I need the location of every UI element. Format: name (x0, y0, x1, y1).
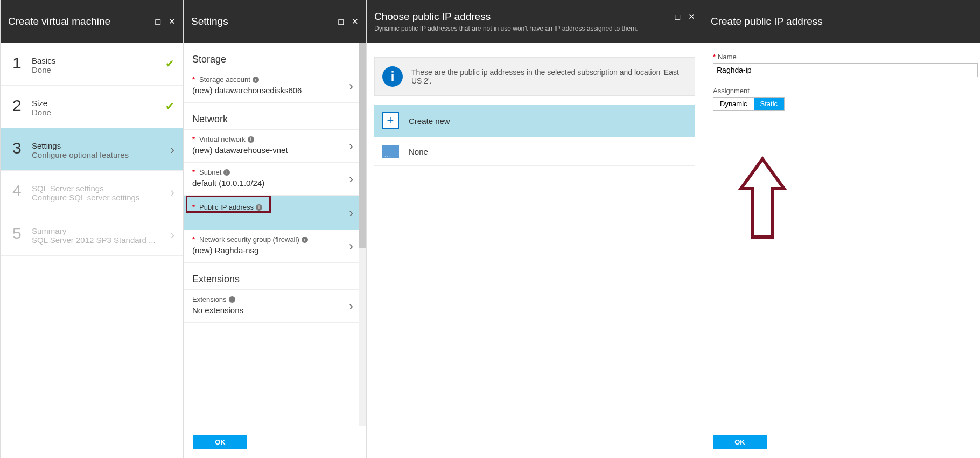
chevron-right-icon: › (349, 79, 353, 94)
step-title: Basics (32, 56, 165, 65)
setting-label-text: Subnet (199, 168, 221, 176)
step-number: 2 (12, 96, 32, 115)
setting-value: (new) datawarehouse-vnet (192, 145, 354, 155)
step-title: SQL Server settings (32, 184, 170, 193)
required-icon: * (192, 135, 195, 143)
setting-storage-account[interactable]: *Storage account i (new) datawarehousedi… (184, 70, 359, 103)
minimize-icon[interactable]: — (139, 17, 147, 26)
blade-header: Create public IP address (703, 0, 980, 43)
setting-label-text: Virtual network (199, 135, 246, 143)
step-title: Summary (32, 226, 170, 235)
ok-button[interactable]: OK (713, 435, 767, 449)
blade-create-ip: Create public IP address *Name Assignmen… (703, 0, 980, 458)
setting-subnet[interactable]: *Subnet i default (10.0.1.0/24) › (184, 163, 359, 196)
chevron-right-icon: › (170, 227, 174, 242)
wizard-step-size[interactable]: 2 Size Done ✔ (1, 86, 183, 128)
window-controls: — ◻ ✕ (659, 12, 695, 22)
info-icon[interactable]: i (256, 204, 262, 211)
setting-virtual-network[interactable]: *Virtual network i (new) datawarehouse-v… (184, 130, 359, 163)
wizard-step-settings[interactable]: 3 Settings Configure optional features › (1, 128, 183, 171)
scrollbar-thumb[interactable] (359, 43, 366, 248)
wizard-step-basics[interactable]: 1 Basics Done ✔ (1, 43, 183, 86)
close-icon[interactable]: ✕ (352, 17, 359, 26)
setting-label-text: Public IP address (199, 203, 254, 211)
blade-choose-ip: Choose public IP address — ◻ ✕ Dynamic p… (366, 0, 703, 458)
minimize-icon[interactable]: — (659, 12, 667, 22)
chevron-right-icon: › (349, 138, 353, 154)
maximize-icon[interactable]: ◻ (155, 17, 161, 26)
blade-footer: OK (184, 426, 366, 458)
info-icon[interactable]: i (302, 237, 308, 243)
info-banner: i These are the public ip addresses in t… (374, 57, 695, 96)
scrollbar[interactable] (359, 43, 366, 426)
blade-header: Choose public IP address — ◻ ✕ Dynamic p… (367, 0, 703, 43)
assignment-toggle: Dynamic Static (713, 97, 785, 111)
wizard-step-sql[interactable]: 4 SQL Server settings Configure SQL serv… (1, 171, 183, 213)
chevron-right-icon: › (349, 239, 353, 254)
setting-nsg[interactable]: *Network security group (firewall) i (ne… (184, 230, 359, 263)
required-icon: * (192, 203, 195, 211)
wizard-step-summary[interactable]: 5 Summary SQL Server 2012 SP3 Standard .… (1, 213, 183, 256)
none-icon (382, 145, 399, 158)
info-icon[interactable]: i (223, 169, 230, 176)
step-number: 5 (12, 224, 32, 242)
setting-label-text: Network security group (firewall) (199, 235, 299, 244)
ok-button[interactable]: OK (193, 435, 247, 449)
chevron-right-icon: › (170, 142, 174, 157)
setting-value: (new) Raghda-nsg (192, 246, 354, 255)
setting-value: No extensions (192, 306, 354, 315)
name-input[interactable] (713, 63, 978, 77)
chevron-right-icon: › (170, 185, 174, 200)
blade-title: Choose public IP address (374, 11, 491, 23)
window-controls: — ◻ ✕ (139, 17, 176, 26)
section-title-network: Network (184, 103, 359, 130)
toggle-dynamic[interactable]: Dynamic (713, 98, 754, 110)
ip-option-label: Create new (409, 116, 450, 126)
blade-title: Create virtual machine (8, 16, 110, 27)
setting-public-ip[interactable]: *Public IP address i › (184, 196, 359, 230)
ip-option-label: None (409, 147, 428, 156)
close-icon[interactable]: ✕ (688, 12, 695, 22)
required-icon: * (192, 75, 195, 84)
blade-body: *Name Assignment Dynamic Static (703, 43, 980, 426)
close-icon[interactable]: ✕ (169, 17, 176, 26)
blade-subtitle: Dynamic public IP addresses that are not… (374, 25, 695, 32)
step-subtitle: SQL Server 2012 SP3 Standard ... (32, 235, 170, 245)
step-title: Size (32, 99, 165, 108)
blade-body: Storage *Storage account i (new) datawar… (184, 43, 366, 426)
step-subtitle: Configure optional features (32, 150, 170, 159)
plus-icon: + (382, 112, 399, 129)
step-title: Settings (32, 141, 170, 150)
chevron-right-icon: › (349, 171, 353, 186)
form-label-text: Assignment (713, 87, 750, 95)
maximize-icon[interactable]: ◻ (338, 17, 344, 26)
form-row-name: *Name (703, 43, 980, 77)
step-number: 1 (12, 54, 32, 72)
step-number: 4 (12, 182, 32, 200)
required-icon: * (192, 235, 195, 244)
required-icon: * (713, 53, 716, 61)
blade-body: 1 Basics Done ✔ 2 Size Done ✔ 3 Settings… (1, 43, 183, 458)
step-number: 3 (12, 139, 32, 157)
step-subtitle: Done (32, 108, 165, 117)
maximize-icon[interactable]: ◻ (674, 12, 681, 22)
blade-settings: Settings — ◻ ✕ Storage *Storage account … (183, 0, 366, 458)
setting-label-text: Extensions (192, 295, 227, 303)
section-title-extensions: Extensions (184, 263, 359, 290)
blade-body: i These are the public ip addresses in t… (367, 43, 703, 458)
section-title-storage: Storage (184, 43, 359, 70)
ip-option-none[interactable]: None (374, 137, 695, 166)
setting-extensions[interactable]: Extensions i No extensions › (184, 290, 359, 323)
minimize-icon[interactable]: — (322, 17, 330, 26)
toggle-static[interactable]: Static (754, 98, 785, 110)
info-icon[interactable]: i (253, 77, 259, 83)
form-label-text: Name (718, 53, 737, 61)
info-icon[interactable]: i (229, 296, 235, 303)
annotation-arrow-icon (736, 156, 789, 242)
blade-title: Create public IP address (711, 16, 823, 27)
ip-option-create-new[interactable]: + Create new (374, 105, 695, 137)
setting-value: (new) datawarehousedisks606 (192, 86, 354, 95)
check-icon: ✔ (165, 57, 174, 70)
info-icon[interactable]: i (248, 136, 254, 143)
setting-value: default (10.0.1.0/24) (192, 178, 354, 188)
